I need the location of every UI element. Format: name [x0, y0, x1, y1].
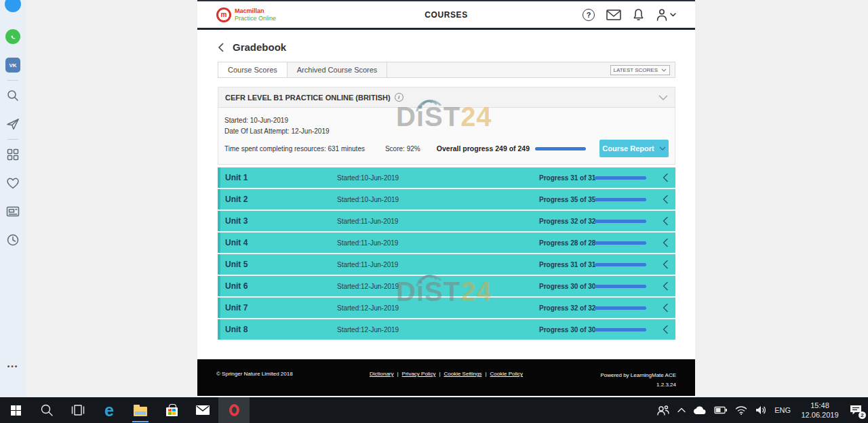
action-center-icon[interactable]: 2 [849, 404, 863, 416]
wifi-icon[interactable] [735, 405, 747, 415]
expand-chevron-icon[interactable] [663, 325, 669, 334]
whatsapp-icon[interactable] [5, 28, 21, 45]
tab-course-scores[interactable]: Course Scores [218, 62, 288, 77]
footer-version: 1.2.3.24 [656, 382, 676, 388]
unit-progress-bar [595, 241, 646, 245]
sidebar-divider [7, 139, 18, 140]
logo-subtitle: Practice Online [235, 15, 276, 22]
people-icon[interactable] [656, 404, 670, 416]
mail-app-button[interactable] [187, 397, 218, 423]
chevron-down-icon [661, 68, 667, 72]
chevron-down-icon [659, 146, 666, 150]
unit-progress-label: Progress 32 of 32 [539, 218, 595, 225]
unit-progress-label: Progress 35 of 35 [539, 196, 595, 203]
taskbar-clock[interactable]: 15:48 12.06.2019 [798, 401, 842, 420]
unit-name: Unit 5 [225, 260, 248, 269]
course-time-spent: Time spent completing resources: 631 min… [224, 145, 365, 153]
task-view-button[interactable] [62, 397, 94, 423]
unit-progress-bar [595, 220, 646, 223]
unit-progress-label: Progress 31 of 31 [539, 174, 595, 182]
expand-chevron-icon[interactable] [663, 173, 669, 182]
edge-icon: e [104, 402, 114, 419]
expand-chevron-icon[interactable] [663, 195, 669, 204]
unit-progress-bar [595, 306, 646, 310]
site-footer: © Springer Nature Limited 2018 Dictionar… [197, 359, 695, 396]
unit-name: Unit 8 [225, 325, 248, 334]
unit-started: Started:11-Jun-2019 [337, 239, 398, 247]
unit-started: Started:11-Jun-2019 [337, 261, 398, 268]
expand-chevron-icon[interactable] [663, 216, 669, 226]
course-panel-header[interactable]: CEFR LEVEL B1 PRACTICE ONLINE (BRITISH) … [218, 87, 675, 108]
unit-started: Started:10-Jun-2019 [337, 196, 399, 203]
site-header: m Macmillan Practice Online COURSES ? [197, 0, 695, 30]
unit-name: Unit 4 [225, 238, 248, 247]
overall-progress-bar [535, 147, 586, 150]
course-report-button[interactable]: Course Report [599, 140, 669, 157]
course-started: Started: 10-Jun-2019 [224, 117, 669, 124]
sidebar-divider [7, 80, 18, 81]
footer-link-cookie-settings[interactable]: Cookie Settings [443, 371, 481, 377]
back-icon[interactable] [218, 42, 224, 53]
mail-icon[interactable] [606, 9, 621, 20]
search-icon[interactable] [5, 87, 21, 104]
unit-row[interactable]: Unit 2 Started:10-Jun-2019 Progress 35 o… [218, 189, 675, 209]
open-app-indicator [132, 421, 149, 422]
unit-progress-bar [595, 176, 646, 180]
opera-browser-button[interactable] [218, 397, 250, 423]
start-button[interactable] [0, 397, 31, 423]
latest-scores-dropdown[interactable]: LATEST SCORES [610, 65, 671, 75]
file-explorer-button[interactable] [125, 397, 156, 423]
mail-icon [195, 405, 210, 416]
expand-chevron-icon[interactable] [663, 303, 669, 313]
profile-menu[interactable] [656, 8, 676, 22]
send-plane-icon[interactable] [5, 116, 21, 132]
unit-name: Unit 6 [225, 281, 248, 291]
nav-courses[interactable]: COURSES [425, 10, 468, 20]
unit-progress-bar [595, 328, 646, 331]
favorites-heart-icon[interactable] [5, 175, 21, 191]
tray-expand-chevron-icon[interactable] [677, 407, 686, 413]
unit-name: Unit 3 [225, 216, 248, 226]
store-icon [166, 407, 178, 416]
dashboard-grid-icon[interactable] [5, 146, 21, 163]
tab-archived-course-scores[interactable]: Archived Course Scores [288, 62, 388, 77]
unit-progress-label: Progress 32 of 32 [539, 304, 595, 312]
info-icon[interactable]: i [395, 93, 403, 102]
microsoft-store-button[interactable] [156, 397, 187, 423]
footer-link-cookie-policy[interactable]: Cookie Policy [490, 371, 523, 377]
user-icon [656, 8, 668, 22]
vk-icon[interactable]: VK [5, 57, 21, 73]
bell-icon[interactable] [633, 8, 644, 22]
chat-bubble-icon[interactable] [5, 0, 21, 16]
unit-row[interactable]: Unit 8 Started:12-Jun-2019 Progress 30 o… [218, 319, 675, 340]
unit-row[interactable]: Unit 7 Started:12-Jun-2019 Progress 32 o… [218, 298, 675, 318]
language-indicator[interactable]: ENG [774, 406, 791, 414]
unit-row[interactable]: Unit 3 Started:11-Jun-2019 Progress 32 o… [218, 211, 675, 231]
unit-started: Started:11-Jun-2019 [337, 218, 398, 225]
logo-title: Macmillan [235, 7, 276, 14]
footer-link-dictionary[interactable]: Dictionary [370, 371, 394, 377]
volume-icon[interactable] [755, 405, 767, 416]
tab-strip: Course Scores Archived Course Scores LAT… [218, 62, 675, 78]
unit-row[interactable]: Unit 1 Started:10-Jun-2019 Progress 31 o… [218, 167, 675, 188]
collapse-chevron-icon[interactable] [658, 95, 668, 100]
edge-browser-button[interactable]: e [94, 397, 125, 423]
expand-chevron-icon[interactable] [663, 238, 669, 247]
unit-row[interactable]: Unit 4 Started:11-Jun-2019 Progress 28 o… [218, 233, 675, 253]
history-clock-icon[interactable] [5, 232, 21, 248]
news-feed-icon[interactable] [5, 203, 21, 220]
footer-link-privacy-policy[interactable]: Privacy Policy [402, 371, 436, 377]
expand-chevron-icon[interactable] [663, 281, 669, 291]
macmillan-logo[interactable]: m Macmillan Practice Online [216, 7, 276, 22]
battery-icon[interactable] [714, 406, 728, 414]
more-options-icon[interactable]: ••• [7, 363, 19, 370]
unit-row[interactable]: Unit 6 Started:12-Jun-2019 Progress 30 o… [218, 276, 675, 296]
onedrive-cloud-icon[interactable] [693, 405, 707, 415]
unit-progress-bar [595, 285, 646, 288]
unit-row[interactable]: Unit 5 Started:11-Jun-2019 Progress 31 o… [218, 254, 675, 275]
expand-chevron-icon[interactable] [663, 260, 669, 269]
taskbar-search-button[interactable] [31, 397, 62, 423]
help-icon[interactable]: ? [583, 9, 595, 21]
page-title: Gradebook [233, 41, 286, 53]
browser-page: m Macmillan Practice Online COURSES ? Gr… [197, 0, 695, 397]
